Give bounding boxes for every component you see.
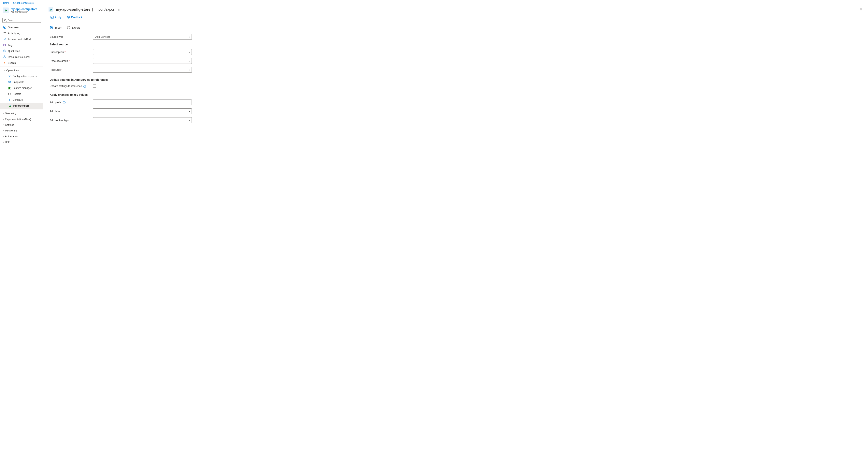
export-radio[interactable]: Export: [67, 26, 80, 29]
toolbar: Apply Feedback: [43, 13, 868, 21]
sidebar-item-label: Events: [8, 61, 16, 64]
sidebar-item-quickstart[interactable]: Quick start: [0, 48, 43, 54]
add-label-control: ▾: [93, 108, 192, 114]
sidebar-item-label: Operations: [6, 69, 19, 72]
sidebar-item-settings[interactable]: › Settings: [0, 122, 43, 128]
svg-point-11: [3, 57, 4, 58]
feedback-icon: [67, 16, 70, 19]
sidebar-item-restore[interactable]: Restore: [0, 91, 43, 97]
import-radio[interactable]: Import: [50, 26, 62, 29]
more-options-button[interactable]: ···: [123, 7, 127, 12]
subscription-dropdown[interactable]: [93, 49, 192, 55]
sidebar-item-help[interactable]: › Help: [0, 139, 43, 145]
resource-dropdown[interactable]: [93, 67, 192, 73]
breadcrumb-resource[interactable]: my-app-config-store: [12, 2, 34, 4]
update-settings-title: Update settings in App Service to refere…: [50, 78, 862, 81]
sidebar-item-label: Experimentation (New): [5, 118, 31, 121]
sidebar-item-experimentation[interactable]: › Experimentation (New): [0, 116, 43, 122]
chevron-right-icon: ›: [3, 141, 4, 143]
restore-icon: [8, 92, 11, 95]
sidebar-item-label: Automation: [5, 135, 18, 138]
svg-rect-26: [49, 7, 53, 12]
svg-point-19: [9, 82, 10, 83]
sidebar-item-monitoring[interactable]: › Monitoring: [0, 128, 43, 134]
sidebar-item-label: Help: [5, 141, 10, 144]
add-content-type-row: Add content type ▾: [50, 117, 862, 123]
resource-group-label: Resource group *: [50, 59, 93, 62]
resource-group-row: Resource group * ▾: [50, 58, 862, 64]
sidebar: my-app-config-store App Configuration Ov…: [0, 6, 43, 461]
add-label-row: Add label ▾: [50, 108, 862, 114]
feature-manager-icon: [8, 86, 11, 90]
svg-rect-23: [8, 99, 9, 101]
add-label-label: Add label: [50, 110, 93, 113]
sidebar-item-telemetry[interactable]: › Telemetry: [0, 111, 43, 116]
breadcrumb-home[interactable]: Home: [3, 2, 9, 4]
resource-visualizer-icon: [3, 55, 6, 58]
sidebar-item-events[interactable]: Events: [0, 60, 43, 66]
feedback-button[interactable]: Feedback: [64, 15, 85, 20]
header-app-icon: [48, 7, 54, 12]
compare-icon: [8, 98, 11, 102]
divider: [0, 66, 43, 67]
svg-rect-21: [8, 87, 10, 88]
add-content-type-dropdown[interactable]: [93, 117, 192, 123]
sidebar-item-feature-manager[interactable]: Feature manager: [0, 85, 43, 91]
page-header: my-app-config-store | Import/export ☆ ··…: [43, 6, 868, 13]
sidebar-item-label: Settings: [5, 123, 14, 126]
activity-log-icon: [3, 32, 6, 35]
update-settings-info-icon[interactable]: ⓘ: [84, 85, 86, 88]
sidebar-item-overview[interactable]: Overview: [0, 24, 43, 30]
sidebar-item-label: Telemetry: [5, 112, 16, 115]
sidebar-item-activity-log[interactable]: Activity log: [0, 30, 43, 36]
resource-control: ▾: [93, 67, 192, 73]
events-icon: [3, 61, 6, 64]
sidebar-item-operations[interactable]: ▼ Operations: [0, 67, 43, 73]
search-icon: [4, 19, 7, 22]
source-type-row: Source type App ServicesConfiguration fi…: [50, 34, 862, 40]
chevron-right-icon: ›: [3, 135, 4, 137]
quickstart-icon: [3, 49, 6, 53]
sidebar-item-iam[interactable]: Access control (IAM): [0, 36, 43, 42]
add-label-dropdown[interactable]: [93, 108, 192, 114]
svg-line-2: [6, 21, 6, 21]
sidebar-item-tags[interactable]: Tags: [0, 42, 43, 48]
svg-line-13: [4, 56, 5, 57]
apply-button[interactable]: Apply: [48, 15, 64, 20]
sidebar-item-snapshots[interactable]: Snapshots: [0, 79, 43, 85]
favorite-button[interactable]: ☆: [117, 7, 121, 12]
breadcrumb: Home › my-app-config-store: [0, 0, 868, 6]
sidebar-item-label: Restore: [12, 93, 21, 95]
sidebar-item-automation[interactable]: › Automation: [0, 134, 43, 139]
sidebar-item-compare[interactable]: Compare: [0, 97, 43, 103]
import-export-toggle: Import Export: [50, 26, 862, 29]
select-source-title: Select source: [50, 43, 862, 46]
add-prefix-info-icon[interactable]: ⓘ: [63, 101, 65, 104]
source-type-dropdown[interactable]: App ServicesConfiguration fileApp Config…: [93, 34, 192, 40]
sidebar-item-label: Feature manager: [12, 87, 32, 89]
update-settings-checkbox[interactable]: [93, 85, 96, 88]
search-input[interactable]: [8, 19, 39, 22]
app-config-icon: [3, 7, 9, 13]
sidebar-resource-name: my-app-config-store: [11, 7, 37, 11]
resource-row: Resource * ▾: [50, 67, 862, 73]
close-button[interactable]: ✕: [859, 7, 863, 12]
update-settings-section: Update settings in App Service to refere…: [50, 78, 862, 88]
chevron-down-icon: ▼: [3, 69, 5, 71]
svg-point-12: [5, 57, 6, 58]
search-box[interactable]: [2, 18, 41, 23]
add-prefix-input[interactable]: [93, 99, 192, 105]
page-name-title: Import/export: [94, 7, 115, 12]
iam-icon: [3, 37, 6, 41]
sidebar-item-configuration-explorer[interactable]: Configuration explorer: [0, 73, 43, 79]
resource-group-dropdown[interactable]: [93, 58, 192, 64]
sidebar-item-resource-visualizer[interactable]: Resource visualizer: [0, 54, 43, 60]
sidebar-subtitle: App Configuration: [11, 11, 37, 13]
sidebar-item-import-export[interactable]: Import/export: [0, 103, 43, 109]
import-label: Import: [55, 26, 62, 29]
subscription-control: ▾: [93, 49, 192, 55]
update-settings-label: Update settings to reference ⓘ: [50, 85, 93, 88]
svg-rect-22: [8, 88, 10, 89]
add-prefix-row: Add prefix ⓘ: [50, 99, 862, 105]
sidebar-item-label: Quick start: [8, 50, 20, 53]
